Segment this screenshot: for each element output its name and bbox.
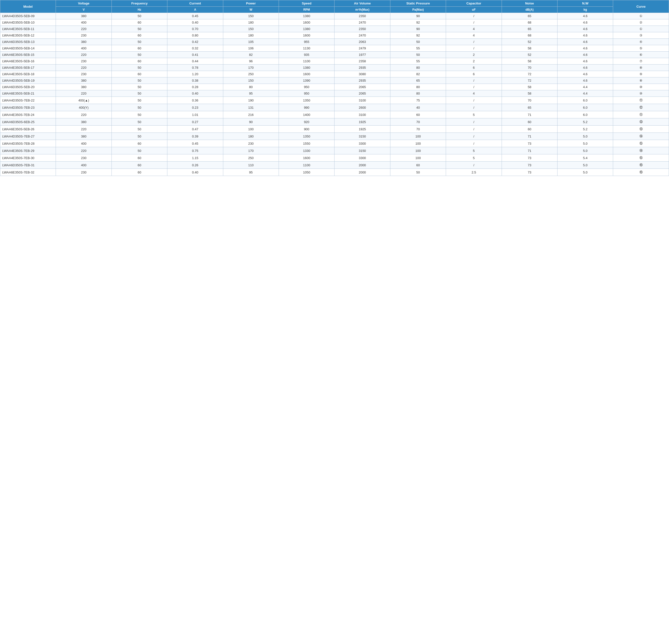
cell-value: 1925 bbox=[334, 126, 390, 133]
cell-curve: ⑧ bbox=[613, 64, 669, 71]
cell-value: 2065 bbox=[334, 90, 390, 97]
cell-value: / bbox=[446, 118, 502, 126]
col-subheader-voltage: V bbox=[56, 7, 112, 13]
cell-value: 2470 bbox=[334, 19, 390, 26]
cell-value: 58 bbox=[502, 90, 557, 97]
cell-value: / bbox=[446, 77, 502, 84]
col-header-curve: Curve bbox=[613, 0, 669, 13]
table-row: LWAA6E350S-7EB-32230600.409510502000502.… bbox=[0, 169, 669, 176]
table-row: LWAA4D350S-7EB-22400(▲)500.3619013503100… bbox=[0, 97, 669, 104]
cell-value: 1350 bbox=[279, 133, 334, 140]
cell-value: 0.23 bbox=[167, 104, 223, 111]
table-row: LWAA4D350S-5EB-09380500.451501380235090/… bbox=[0, 13, 669, 19]
cell-value: 90 bbox=[390, 26, 446, 32]
cell-value: 3080 bbox=[334, 71, 390, 77]
cell-value: 65 bbox=[502, 104, 557, 111]
cell-value: 3150 bbox=[334, 133, 390, 140]
col-subheader-speed: RPM bbox=[279, 7, 334, 13]
col-subheader-frequency: Hz bbox=[112, 7, 167, 13]
cell-value: 50 bbox=[112, 84, 167, 90]
cell-value: 5 bbox=[446, 111, 502, 118]
cell-value: 1.15 bbox=[167, 155, 223, 162]
cell-value: 1600 bbox=[279, 155, 334, 162]
cell-value: 50 bbox=[112, 13, 167, 19]
cell-model: LWAA6D350S-5EB-20 bbox=[0, 84, 56, 90]
cell-value: 50 bbox=[112, 97, 167, 104]
cell-curve: ① bbox=[613, 26, 669, 32]
cell-value: / bbox=[446, 39, 502, 45]
cell-value: 5.0 bbox=[557, 133, 613, 140]
cell-value: 80 bbox=[390, 84, 446, 90]
cell-value: 2 bbox=[446, 58, 502, 64]
cell-value: 50 bbox=[112, 133, 167, 140]
cell-value: 230 bbox=[56, 71, 112, 77]
cell-model: LWAA4E350S-7EB-24 bbox=[0, 111, 56, 118]
cell-value: 70 bbox=[502, 64, 557, 71]
cell-value: 60 bbox=[502, 118, 557, 126]
table-row: LWAA4E350S-7EB-29220500.7517013303150100… bbox=[0, 147, 669, 155]
cell-value: 80 bbox=[390, 64, 446, 71]
cell-value: 230 bbox=[56, 155, 112, 162]
cell-value: 4 bbox=[446, 32, 502, 39]
cell-value: 5.0 bbox=[557, 147, 613, 155]
cell-curve: ⑬ bbox=[613, 118, 669, 126]
cell-curve: ⑮ bbox=[613, 140, 669, 147]
cell-value: 40 bbox=[390, 104, 446, 111]
cell-value: 180 bbox=[223, 133, 279, 140]
cell-value: 73 bbox=[502, 140, 557, 147]
cell-value: 220 bbox=[56, 147, 112, 155]
cell-value: 3100 bbox=[334, 97, 390, 104]
cell-value: 4.6 bbox=[557, 32, 613, 39]
cell-value: 0.45 bbox=[167, 140, 223, 147]
cell-value: 70 bbox=[502, 97, 557, 104]
cell-value: 68 bbox=[502, 32, 557, 39]
cell-value: 170 bbox=[223, 64, 279, 71]
col-header-speed: Speed bbox=[279, 0, 334, 7]
cell-value: 0.40 bbox=[167, 90, 223, 97]
cell-curve: ⑯ bbox=[613, 162, 669, 169]
cell-value: 3300 bbox=[334, 140, 390, 147]
cell-value: 400 bbox=[56, 19, 112, 26]
cell-value: 6.0 bbox=[557, 104, 613, 111]
cell-value: 400 bbox=[56, 45, 112, 52]
cell-model: LWAA4D350S-7EB-27 bbox=[0, 133, 56, 140]
cell-value: 65 bbox=[502, 26, 557, 32]
table-row: LWAA6E350S-5EB-26220500.47100900192570/6… bbox=[0, 126, 669, 133]
cell-value: 0.26 bbox=[167, 162, 223, 169]
cell-value: 1600 bbox=[279, 71, 334, 77]
cell-value: 90 bbox=[223, 118, 279, 126]
cell-curve: ② bbox=[613, 19, 669, 26]
cell-value: 4.4 bbox=[557, 84, 613, 90]
table-row: LWAA4E350S-7EB-30230601.1525016003300100… bbox=[0, 155, 669, 162]
cell-value: 6 bbox=[446, 64, 502, 71]
cell-value: 220 bbox=[56, 126, 112, 133]
cell-value: 400 bbox=[56, 162, 112, 169]
cell-value: 131 bbox=[223, 104, 279, 111]
table-row: LWAA6D350S-5EB-20380500.2880950206580/58… bbox=[0, 84, 669, 90]
table-row: LWAA4E350S-7EB-24220501.0121614003100605… bbox=[0, 111, 669, 118]
table-row: LWAA4D350S-5EB-10400600.401801600247092/… bbox=[0, 19, 669, 26]
cell-value: 220 bbox=[56, 52, 112, 58]
cell-value: 5.2 bbox=[557, 118, 613, 126]
table-row: LWAA6E350S-5EB-15220500.4182935197750252… bbox=[0, 52, 669, 58]
cell-value: 4.6 bbox=[557, 58, 613, 64]
cell-value: 4.6 bbox=[557, 39, 613, 45]
col-header-frequency: Frequency bbox=[112, 0, 167, 7]
cell-value: 3100 bbox=[334, 111, 390, 118]
table-row: LWAA6D350S-5EB-14400600.321061130247955/… bbox=[0, 45, 669, 52]
cell-value: 50 bbox=[112, 77, 167, 84]
cell-value: 100 bbox=[390, 147, 446, 155]
cell-value: 50 bbox=[112, 52, 167, 58]
cell-value: 380 bbox=[56, 13, 112, 19]
cell-value: 52 bbox=[502, 39, 557, 45]
cell-value: 50 bbox=[390, 39, 446, 45]
cell-value: 90 bbox=[390, 13, 446, 19]
cell-value: 73 bbox=[502, 162, 557, 169]
cell-value: 5.0 bbox=[557, 140, 613, 147]
cell-value: 180 bbox=[223, 32, 279, 39]
cell-curve: ④ bbox=[613, 39, 669, 45]
cell-value: 250 bbox=[223, 71, 279, 77]
cell-value: 71 bbox=[502, 147, 557, 155]
cell-value: 1977 bbox=[334, 52, 390, 58]
cell-curve: ⑯ bbox=[613, 169, 669, 176]
